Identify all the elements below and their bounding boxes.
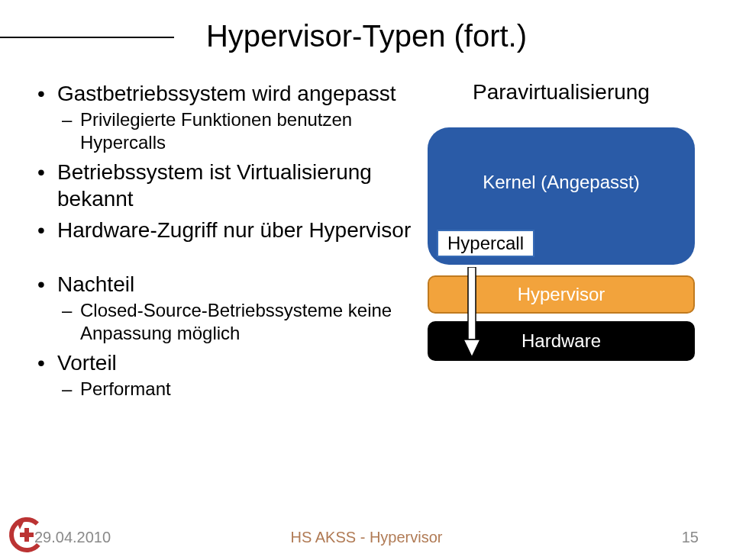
hypervisor-label: Hypervisor [518,284,605,305]
list-item: Nachteil Closed-Source-Betriebssysteme k… [34,271,416,345]
bullet-list: Nachteil Closed-Source-Betriebssysteme k… [34,271,416,401]
list-item: Privilegierte Funktionen benutzen Hyperc… [57,108,416,154]
bullet-text: Hardware-Zugriff nur über Hypervisor [57,218,411,242]
bullet-text: Closed-Source-Betriebssysteme keine Anpa… [80,300,392,343]
hardware-label: Hardware [521,330,601,352]
bullet-text: Privilegierte Funktionen benutzen Hyperc… [80,109,352,153]
list-item: Vorteil Performant [34,349,416,401]
kernel-box: Kernel (Angepasst) Hypercall [428,127,695,265]
hypercall-box: Hypercall [437,230,534,257]
diagram: Paravirtualisierung Kernel (Angepasst) H… [424,80,699,507]
bullet-list: Gastbetriebssystem wird angepasst Privil… [34,80,416,243]
svg-rect-5 [20,533,34,537]
svg-marker-1 [463,340,480,357]
slide-title: Hypervisor-Typen (fort.) [0,19,733,53]
list-item: Gastbetriebssystem wird angepasst Privil… [34,80,416,154]
bullet-text: Gastbetriebssystem wird angepasst [57,82,396,105]
diagram-title: Paravirtualisierung [424,80,699,105]
left-column: Gastbetriebssystem wird angepasst Privil… [34,80,424,507]
down-arrow-icon [463,267,480,359]
list-item: Closed-Source-Betriebssysteme keine Anpa… [57,299,416,345]
footer-center: HS AKSS - Hypervisor [34,529,699,546]
bullet-text: Betriebssystem ist Virtualisierung bekan… [57,160,372,211]
list-item: Hardware-Zugriff nur über Hypervisor [34,217,416,243]
bullet-text: Nachteil [57,272,134,296]
bullet-text: Vorteil [57,351,117,375]
svg-rect-0 [468,267,476,340]
title-wrap: Hypervisor-Typen (fort.) [0,19,733,53]
bullet-text: Performant [80,378,171,399]
list-item: Betriebssystem ist Virtualisierung bekan… [34,159,416,212]
kernel-label: Kernel (Angepasst) [428,172,695,193]
body: Gastbetriebssystem wird angepasst Privil… [34,80,699,507]
list-item: Performant [57,378,416,401]
footer: 29.04.2010 HS AKSS - Hypervisor 15 [34,529,699,546]
